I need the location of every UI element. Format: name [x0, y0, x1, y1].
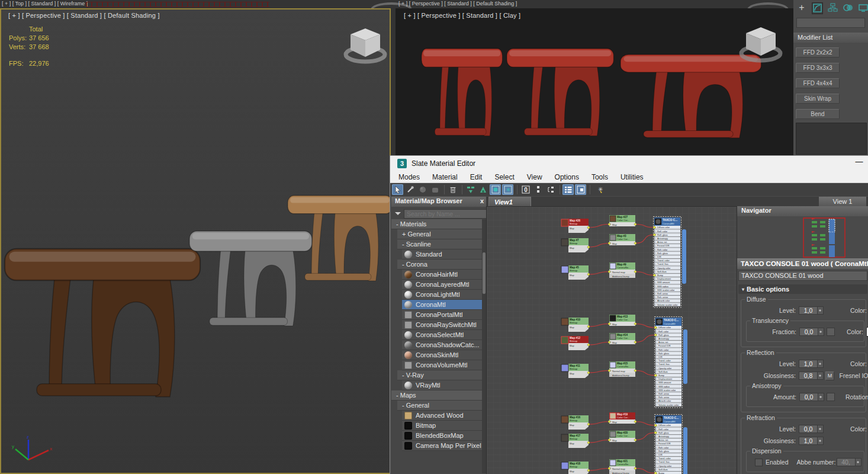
material-entry-vraymtl[interactable]: VRayMtl: [402, 380, 482, 390]
menu-select[interactable]: Select: [494, 173, 514, 181]
dock-view1-tab[interactable]: View 1: [819, 197, 866, 206]
node-corona-material[interactable]: TAXCO C... CoronaMtl Diffuse color Refl.…: [655, 415, 688, 474]
modifier-button-ffd-3x3x3[interactable]: FFD 3x3x3: [796, 63, 840, 73]
select-arrow[interactable]: [392, 184, 403, 195]
node-color-correction[interactable]: Map Map #3 Color Cor...: [609, 234, 635, 245]
command-tab-create-plus[interactable]: +: [797, 3, 807, 14]
modifier-button-skin-wrap[interactable]: Skin Wrap: [796, 94, 840, 104]
tree-header--general[interactable]: - General: [397, 401, 482, 411]
reflection-level-spinner[interactable]: 1,0: [799, 360, 824, 368]
console-table-model[interactable]: [621, 55, 761, 138]
modifier-stack[interactable]: [796, 123, 867, 155]
menu-view[interactable]: View: [527, 173, 542, 181]
delete-icon[interactable]: [447, 184, 458, 195]
show-map-in-viewport[interactable]: [490, 184, 501, 195]
browser-scrollbar[interactable]: [482, 219, 486, 473]
material-entry-camera-map-per-pixel[interactable]: Camera Map Per Pixel: [402, 441, 482, 451]
basic-options-rollout[interactable]: ▾Basic options: [738, 284, 867, 294]
menu-utilities[interactable]: Utilities: [621, 173, 644, 181]
material-entry-coronaselectmtl[interactable]: CoronaSelectMtl: [402, 330, 482, 340]
node-color-correction[interactable]: Map Map #14 Color Cor...: [609, 333, 635, 344]
reflection-glossiness-spinner[interactable]: 0,8: [799, 371, 824, 380]
material-entry-coronamtl[interactable]: CoronaMtl: [402, 300, 482, 310]
layout-children[interactable]: [465, 184, 476, 195]
viewcube[interactable]: [342, 23, 388, 66]
node-color-correction[interactable]: Map Map #19 Color Cor...: [609, 412, 635, 424]
anisotropy-amount-spinner[interactable]: 0,0: [799, 393, 824, 401]
translucency-fraction-spinner[interactable]: 0,0: [799, 328, 824, 336]
material-entry-coronahairmtl[interactable]: CoronaHairMtl: [402, 270, 482, 280]
material-entry-coronavolumemtl[interactable]: CoronaVolumeMtl: [402, 360, 482, 370]
node-corona-normal[interactable]: Normal map Additional bump Map #15 Coron…: [609, 361, 635, 377]
material-name-field[interactable]: TAXCO CONSOLE 01 wood: [738, 271, 867, 281]
console-table-model[interactable]: [5, 249, 200, 397]
material-entry-bitmap[interactable]: Bitmap: [402, 421, 482, 431]
viewport-perspective-shaded[interactable]: [ + ] [ Perspective ] [ Standard ] [ Def…: [0, 8, 391, 474]
navigator-toggle[interactable]: [575, 184, 586, 195]
menu-material[interactable]: Material: [432, 173, 458, 181]
modifier-button-bend[interactable]: Bend: [796, 109, 840, 119]
render-map-sparkle[interactable]: ✳: [593, 184, 604, 195]
node-bitmap[interactable]: Map #10 Bitmap Map: [561, 318, 589, 332]
show-background-zero[interactable]: 0: [520, 184, 531, 195]
node-color-correction[interactable]: Map Map #13 Color Cor...: [609, 315, 635, 326]
glossiness-map-button[interactable]: M: [825, 371, 834, 380]
node-bitmap[interactable]: Map #5 Bitmap Map: [561, 265, 589, 280]
tree-header--maps[interactable]: - Maps: [391, 390, 482, 401]
node-bitmap[interactable]: Map #18 Bitmap Map: [561, 462, 589, 474]
tree-header--scanline[interactable]: - Scanline: [397, 239, 482, 249]
material-entry-blendedboxmap[interactable]: BlendedBoxMap: [402, 431, 482, 441]
node-corona-normal[interactable]: Normal map Additional bump Map #9 Corona…: [609, 262, 635, 278]
pick-material-eyedropper[interactable]: [404, 184, 416, 195]
menu-modes[interactable]: Modes: [398, 173, 420, 181]
slate-title-bar[interactable]: 3 Slate Material Editor —: [390, 156, 868, 171]
material-entry-coronashadowcatc-[interactable]: CoronaShadowCatc...: [402, 340, 482, 350]
diffuse-level-spinner[interactable]: 1,0: [799, 306, 824, 315]
navigator-minimap[interactable]: [737, 216, 868, 259]
search-filter-dropdown-icon[interactable]: [395, 212, 401, 218]
viewport-label-top[interactable]: [ + ] [ Top ] [ Standard ] [ Wireframe ]: [2, 1, 88, 7]
parameter-editor-toggle[interactable]: [562, 184, 574, 195]
modifier-button-ffd-2x2x2[interactable]: FFD 2x2x2: [796, 47, 840, 57]
command-tab-hierarchy[interactable]: [828, 3, 838, 14]
material-entry-advanced-wood[interactable]: Advanced Wood: [402, 411, 482, 421]
abbe-number-spinner[interactable]: 40,: [837, 458, 861, 466]
menu-tools[interactable]: Tools: [591, 173, 608, 181]
translucency-map-button[interactable]: [827, 328, 835, 336]
console-table-model[interactable]: [422, 49, 502, 136]
show-shaded-material[interactable]: ✳: [502, 184, 513, 195]
dispersion-enabled-checkbox[interactable]: [755, 459, 763, 466]
menu-options[interactable]: Options: [555, 173, 579, 181]
viewcube[interactable]: [738, 21, 784, 65]
command-tab-modify[interactable]: [812, 3, 822, 14]
command-tab-motion[interactable]: [843, 3, 853, 14]
modifier-button-ffd-4x4x4[interactable]: FFD 4x4x4: [796, 78, 840, 88]
material-entry-coronalightmtl[interactable]: CoronaLightMtl: [402, 290, 482, 300]
tree-header--materials[interactable]: - Materials: [391, 219, 482, 229]
node-bitmap[interactable]: Map #7 Bitmap Map: [561, 238, 589, 252]
anisotropy-map-button[interactable]: [827, 393, 835, 401]
view1-tab[interactable]: View1: [488, 197, 531, 206]
node-bitmap[interactable]: Map #11 Bitmap Map: [561, 364, 589, 378]
modifier-list-dropdown[interactable]: Modifier List: [793, 33, 868, 43]
browser-close-button[interactable]: x: [480, 197, 484, 207]
tree-header--v-ray[interactable]: - V-Ray: [397, 370, 482, 380]
command-tab-display[interactable]: [859, 3, 868, 14]
viewport-label-topright[interactable]: [ + ] [ Perspective ] [ Standard ] [ Def…: [398, 1, 517, 7]
material-entry-standard[interactable]: Standard: [402, 249, 482, 260]
refraction-glossiness-spinner[interactable]: 1,0: [799, 437, 824, 445]
get-material-disabled[interactable]: [417, 184, 428, 195]
layout-vertical[interactable]: [532, 184, 544, 195]
layout-horizontal[interactable]: [545, 184, 556, 195]
node-corona-normal[interactable]: Normal map Additional bump Map #21 Coron…: [609, 459, 635, 474]
console-table-model[interactable]: [507, 49, 613, 136]
node-bitmap[interactable]: Map #17 Bitmap Map: [561, 434, 589, 448]
menu-edit[interactable]: Edit: [470, 173, 483, 181]
material-entry-coronalayeredmtl[interactable]: CoronaLayeredMtl: [402, 280, 482, 290]
tree-header--corona[interactable]: - Corona: [397, 260, 482, 270]
refraction-level-spinner[interactable]: 0,0: [799, 425, 824, 433]
assign-material-disabled[interactable]: [429, 184, 441, 195]
minimize-button[interactable]: —: [853, 157, 865, 169]
node-color-correction[interactable]: Map Map #27 Color Cor...: [609, 215, 635, 226]
node-bitmap[interactable]: Map #16 Bitmap Map: [561, 415, 589, 430]
